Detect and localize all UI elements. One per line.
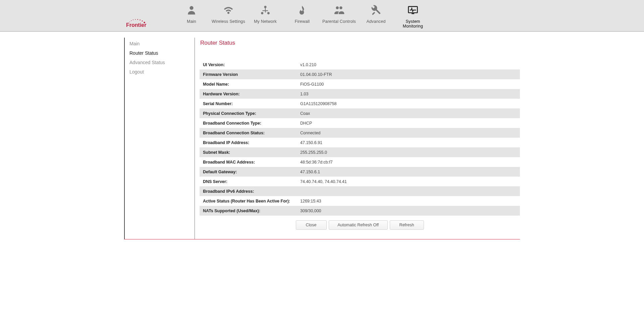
brand-logo: Frontier — [124, 18, 171, 29]
status-value: 74.40.74.40, 74.40.74.41 — [297, 177, 520, 186]
status-value: Connected — [297, 128, 520, 138]
sidebar-item-logout[interactable]: Logout — [129, 67, 195, 77]
status-label: Broadband Connection Type: — [200, 118, 297, 128]
sidebar-item-advanced-status[interactable]: Advanced Status — [129, 58, 195, 67]
nav-label: Wireless Settings — [212, 19, 245, 24]
main-nav: Main Wireless Settings My Network Firewa… — [174, 3, 430, 29]
refresh-button[interactable]: Refresh — [390, 220, 424, 230]
status-row: Broadband MAC Address:48:5d:36:7d:cb:f7 — [200, 157, 520, 167]
auto-refresh-button[interactable]: Automatic Refresh Off — [329, 220, 388, 230]
nav-advanced[interactable]: Advanced — [359, 3, 393, 29]
status-value: FiOS-G1100 — [297, 79, 520, 89]
nav-label: Parental Controls — [322, 19, 356, 24]
svg-point-1 — [131, 20, 132, 21]
status-label: Serial Number: — [200, 99, 297, 108]
svg-point-11 — [267, 12, 270, 14]
status-label: Active Status (Router Has Been Active Fo… — [200, 196, 297, 206]
sidebar: Main Router Status Advanced Status Logou… — [124, 38, 195, 239]
status-value: 1269:15:43 — [297, 196, 520, 206]
svg-point-13 — [339, 6, 342, 9]
status-label: Hardware Version: — [200, 89, 297, 99]
status-value: 309/30,000 — [297, 206, 520, 216]
status-value: 01.04.00.10-FTR — [297, 70, 520, 79]
status-label: Default Gateway: — [200, 167, 297, 177]
status-value: v1.0.210 — [297, 60, 520, 70]
svg-point-4 — [137, 19, 138, 20]
svg-rect-15 — [412, 13, 414, 14]
tools-icon — [371, 5, 381, 16]
status-value: 47.150.6.91 — [297, 138, 520, 147]
nav-firewall[interactable]: Firewall — [285, 3, 319, 29]
status-row: Firmware Version01.04.00.10-FTR — [200, 70, 520, 79]
status-label: UI Version: — [200, 60, 297, 70]
status-row: DNS Server:74.40.74.40, 74.40.74.41 — [200, 177, 520, 186]
status-label: Broadband IPv6 Address: — [200, 186, 297, 196]
nav-parental-controls[interactable]: Parental Controls — [322, 3, 356, 29]
svg-point-8 — [190, 6, 193, 10]
status-label: Model Name: — [200, 79, 297, 89]
monitor-icon — [408, 5, 418, 16]
nav-label: Main — [187, 19, 196, 24]
sidebar-item-main[interactable]: Main — [129, 39, 195, 48]
svg-point-2 — [133, 19, 133, 20]
status-row: Broadband Connection Type:DHCP — [200, 118, 520, 128]
status-table: UI Version:v1.0.210Firmware Version01.04… — [200, 60, 520, 216]
top-bar: Frontier Main Wireless Settings My N — [0, 0, 644, 32]
status-row: Broadband IPv6 Address: — [200, 186, 520, 196]
wifi-icon — [223, 5, 234, 16]
nav-system-monitoring[interactable]: System Monitoring — [396, 3, 430, 29]
status-label: Subnet Mask: — [200, 147, 297, 157]
footer-divider — [124, 239, 520, 239]
button-row: Close Automatic Refresh Off Refresh — [200, 220, 520, 230]
status-value: 255.255.255.0 — [297, 147, 520, 157]
status-row: Active Status (Router Has Been Active Fo… — [200, 196, 520, 206]
status-row: Broadband IP Address:47.150.6.91 — [200, 138, 520, 147]
status-value: 48:5d:36:7d:cb:f7 — [297, 157, 520, 167]
status-label: Physical Connection Type: — [200, 108, 297, 118]
nav-label: Firewall — [295, 19, 310, 24]
nav-label: Advanced — [366, 19, 385, 24]
status-label: Broadband IP Address: — [200, 138, 297, 147]
network-icon — [260, 5, 271, 16]
close-button[interactable]: Close — [296, 220, 327, 230]
fire-icon — [297, 5, 308, 16]
status-row: Hardware Version:1.03 — [200, 89, 520, 99]
status-row: UI Version:v1.0.210 — [200, 60, 520, 70]
sidebar-item-router-status[interactable]: Router Status — [129, 48, 195, 58]
status-row: NATs Supported (Used/Max):309/30,000 — [200, 206, 520, 216]
nav-my-network[interactable]: My Network — [248, 3, 282, 29]
status-row: Model Name:FiOS-G1100 — [200, 79, 520, 89]
status-label: NATs Supported (Used/Max): — [200, 206, 297, 216]
svg-point-9 — [264, 6, 267, 8]
svg-point-3 — [135, 19, 136, 20]
status-label: Broadband Connection Status: — [200, 128, 297, 138]
content: Router Status UI Version:v1.0.210Firmwar… — [195, 38, 520, 239]
status-row: Default Gateway:47.150.6.1 — [200, 167, 520, 177]
status-value — [297, 186, 520, 196]
people-icon — [334, 5, 344, 16]
svg-point-5 — [140, 19, 141, 20]
svg-point-6 — [142, 20, 143, 21]
status-value: G1A115120908758 — [297, 99, 520, 108]
nav-main[interactable]: Main — [174, 3, 209, 29]
page-title: Router Status — [200, 40, 520, 46]
status-value: DHCP — [297, 118, 520, 128]
svg-point-12 — [336, 6, 339, 9]
svg-point-10 — [261, 12, 263, 14]
status-row: Physical Connection Type:Coax — [200, 108, 520, 118]
status-value: 1.03 — [297, 89, 520, 99]
status-value: Coax — [297, 108, 520, 118]
status-label: Broadband MAC Address: — [200, 157, 297, 167]
status-row: Serial Number:G1A115120908758 — [200, 99, 520, 108]
brand-text: Frontier — [126, 22, 146, 28]
user-icon — [186, 5, 197, 16]
status-row: Broadband Connection Status:Connected — [200, 128, 520, 138]
status-label: Firmware Version — [200, 70, 297, 79]
nav-wireless-settings[interactable]: Wireless Settings — [211, 3, 246, 29]
status-label: DNS Server: — [200, 177, 297, 186]
nav-label: System Monitoring — [396, 19, 430, 29]
status-value: 47.150.6.1 — [297, 167, 520, 177]
status-row: Subnet Mask:255.255.255.0 — [200, 147, 520, 157]
nav-label: My Network — [254, 19, 277, 24]
